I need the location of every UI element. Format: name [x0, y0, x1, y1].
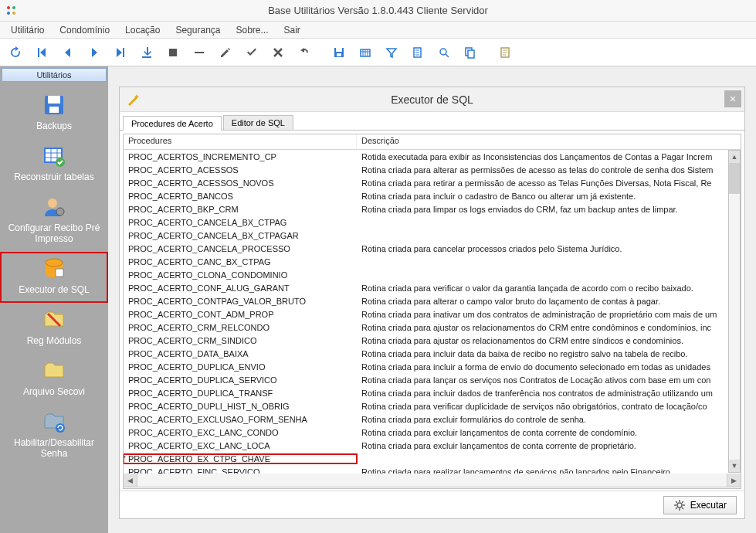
svg-point-21: [56, 208, 64, 216]
cell-procedure: PROC_ACERTO_CANCELA_PROCESSO: [124, 244, 357, 253]
scroll-right-icon[interactable]: ▶: [727, 474, 741, 487]
tab-procedures[interactable]: Procedures de Acerto: [123, 116, 222, 131]
menu-locacao[interactable]: Locação: [119, 23, 166, 37]
stop-icon[interactable]: [164, 43, 182, 62]
sidebar-item-label: Configurar Recibo Pré Impresso: [3, 222, 105, 244]
undo-icon[interactable]: [295, 43, 314, 62]
table-row[interactable]: PROC_ACERTO_EXC_LANC_LOCARotina criada p…: [124, 439, 741, 452]
cell-description: Rotina criada para verificar o valor da …: [357, 283, 741, 293]
table-row[interactable]: PROC_ACERTO_ACESSOSRotina criada para al…: [124, 163, 741, 176]
table-row[interactable]: PROC_ACERTO_CANC_BX_CTPAG: [124, 255, 741, 268]
sidebar-item-label: Reconstruir tabelas: [14, 171, 93, 182]
table-row[interactable]: PROC_ACERTO_ACESSOS_NOVOSRotina criada p…: [124, 176, 741, 189]
scroll-left-icon[interactable]: ◀: [124, 474, 137, 487]
cell-procedure: PROC_ACERTO_EXCLUSAO_FORM_SENHA: [124, 415, 357, 424]
sidebar-item-habilitar-desabilitar-senha[interactable]: Habilitar/Desabilitar Senha: [0, 405, 108, 467]
table-row[interactable]: PROC_ACERTO_DUPLICA_SERVICORotina criada…: [124, 373, 741, 386]
table-row[interactable]: PROC_ACERTO_CANCELA_PROCESSORotina criad…: [124, 242, 741, 255]
svg-rect-24: [56, 269, 63, 277]
check-icon[interactable]: [242, 43, 261, 62]
note-icon[interactable]: [496, 43, 514, 62]
prev-icon[interactable]: [59, 43, 77, 62]
table-row[interactable]: PROC_ACERTO_BANCOSRotina criada para inc…: [124, 189, 741, 202]
refresh-icon[interactable]: [6, 43, 25, 62]
table-row[interactable]: PROC_ACERTO_CONTPAG_VALOR_BRUTORotina cr…: [124, 294, 741, 307]
table-row[interactable]: PROC_ACERTO_BKP_CRMRotina criada para li…: [124, 202, 741, 216]
cell-procedure: PROC_ACERTO_EXC_LANC_LOCA: [124, 441, 357, 450]
vertical-scrollbar[interactable]: ▲ ▼: [728, 150, 741, 473]
table-row[interactable]: PROC_ACERTO_CRM_RELCONDORotina criada pa…: [124, 321, 741, 334]
table-row[interactable]: PROC_ACERTO_DUPLI_HIST_N_OBRIGRotina cri…: [124, 399, 741, 412]
svg-point-26: [677, 503, 682, 508]
tab-editor-sql[interactable]: Editor de SQL: [223, 115, 293, 130]
menu-sobre[interactable]: Sobre...: [229, 23, 274, 37]
next-icon[interactable]: [85, 43, 103, 62]
table-row[interactable]: PROC_ACERTO_EX_CTPG_CHAVE: [124, 452, 741, 465]
sidebar-item-reconstruir-tabelas[interactable]: Reconstruir tabelas: [0, 139, 108, 190]
horizontal-scrollbar[interactable]: ◀ ▶: [123, 474, 741, 487]
col-procedures[interactable]: Procedures: [124, 134, 357, 149]
gear-icon: [673, 499, 686, 511]
executar-button[interactable]: Executar: [663, 496, 737, 514]
close-icon[interactable]: ×: [724, 90, 741, 107]
cell-procedure: PROC_ACERTO_DUPLICA_ENVIO: [124, 362, 357, 372]
main-area: Executor de SQL × Procedures de Acerto E…: [108, 66, 756, 533]
sidebar-item-arquivo-secovi[interactable]: Arquivo Secovi: [0, 354, 108, 405]
cell-description: Rotina criada para ajustar os relacionam…: [357, 323, 741, 332]
cell-procedure: PROC_ACERTO_ACESSOS: [124, 165, 357, 175]
sidebar-item-backups[interactable]: Backups: [0, 88, 108, 139]
cell-procedure: PROC_ACERTO_CANCELA_BX_CTPAGAR: [124, 231, 357, 240]
menu-seguranca[interactable]: Segurança: [169, 23, 226, 37]
cell-procedure: PROC_ACERTO_ACESSOS_NOVOS: [124, 178, 357, 188]
col-descricao[interactable]: Descrição: [357, 134, 741, 149]
table-row[interactable]: PROC_ACERTO_DUPLICA_ENVIORotina criada p…: [124, 360, 741, 373]
sql-executor-panel: Executor de SQL × Procedures de Acerto E…: [119, 87, 745, 519]
table-row[interactable]: PROC_ACERTO_CANCELA_BX_CTPAG: [124, 216, 741, 229]
cancel-icon[interactable]: [269, 43, 287, 62]
procedures-grid[interactable]: Procedures Descrição PROC_ACERTOS_INCREM…: [123, 134, 741, 489]
minus-icon[interactable]: [190, 43, 208, 62]
filter-icon[interactable]: [382, 43, 401, 62]
table-row[interactable]: PROC_ACERTO_DUPLICA_TRANSFRotina criada …: [124, 386, 741, 399]
svg-rect-17: [49, 107, 59, 113]
scroll-down-icon[interactable]: ▼: [729, 460, 740, 472]
table-row[interactable]: PROC_ACERTO_CANCELA_BX_CTPAGAR: [124, 229, 741, 242]
table-row[interactable]: PROC_ACERTOS_INCREMENTO_CPRotida executa…: [124, 150, 741, 163]
titlebar: Base Utilitários Versão 1.8.0.443 Client…: [0, 0, 756, 22]
svg-point-20: [48, 199, 57, 208]
search-icon[interactable]: [435, 43, 453, 62]
table-refresh-icon: [42, 144, 66, 168]
save-icon[interactable]: [330, 43, 348, 62]
table-row[interactable]: PROC_ACERTO_CLONA_CONDOMINIO: [124, 268, 741, 281]
edit-icon[interactable]: [216, 43, 235, 62]
sidebar-item-configurar-recibo-pr-impresso[interactable]: Configurar Recibo Pré Impresso: [0, 190, 108, 252]
table-row[interactable]: PROC_ACERTO_EXCLUSAO_FORM_SENHARotina cr…: [124, 412, 741, 426]
table-row[interactable]: PROC_ACERTO_CRM_SINDICORotina criada par…: [124, 334, 741, 347]
sidebar-header[interactable]: Utilitários: [2, 68, 107, 82]
wand-icon: [126, 93, 140, 107]
table-row[interactable]: PROC_ACERTO_CONF_ALUG_GARANTRotina criad…: [124, 281, 741, 294]
scroll-up-icon[interactable]: ▲: [729, 151, 740, 163]
cell-description: Rotina criada para excluir lançamentos d…: [357, 428, 741, 437]
cell-procedure: PROC_ACERTO_CRM_RELCONDO: [124, 323, 357, 332]
table-row[interactable]: PROC_ACERTO_DATA_BAIXARotina criada para…: [124, 347, 741, 360]
menu-condominio[interactable]: Condomínio: [53, 23, 116, 37]
menu-sair[interactable]: Sair: [278, 23, 307, 37]
first-icon[interactable]: [32, 43, 51, 62]
cell-description: Rotina criada para alterar o campo valor…: [357, 297, 741, 306]
menu-utilitario[interactable]: Utilitário: [5, 23, 50, 37]
scroll-thumb[interactable]: [729, 163, 740, 194]
export-icon[interactable]: [356, 43, 375, 62]
table-row[interactable]: PROC_ACERTO_EXC_LANC_CONDORotina criada …: [124, 426, 741, 439]
sidebar-item-executor-de-sql[interactable]: Executor de SQL: [0, 252, 108, 303]
cell-procedure: PROC_ACERTO_CONF_ALUG_GARANT: [124, 283, 357, 293]
copy-icon[interactable]: [461, 43, 480, 62]
disk-icon: [42, 93, 66, 117]
table-row[interactable]: PROC_ACERTO_CONT_ADM_PROPRotina criada p…: [124, 307, 741, 321]
cell-procedure: PROC_ACERTO_DUPLICA_TRANSF: [124, 389, 357, 398]
doc-icon[interactable]: [409, 43, 427, 62]
download-icon[interactable]: [137, 43, 156, 62]
sidebar-item-reg-m-dulos[interactable]: Reg Módulos: [0, 303, 108, 354]
svg-point-25: [56, 423, 65, 433]
last-icon[interactable]: [111, 43, 130, 62]
